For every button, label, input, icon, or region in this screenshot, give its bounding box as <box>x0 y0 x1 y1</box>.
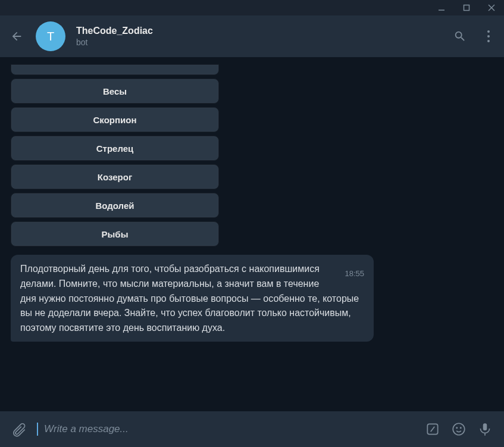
composer <box>0 411 504 447</box>
button-label: Скорпион <box>93 115 137 125</box>
svg-line-5 <box>431 427 435 432</box>
app-window: T TheCode_Zodiac bot Весы Скорпион Стрел… <box>0 0 504 447</box>
window-close-button[interactable] <box>484 2 499 14</box>
voice-button[interactable] <box>477 421 493 437</box>
inline-keyboard-button[interactable]: Скорпион <box>11 107 219 132</box>
svg-point-7 <box>456 427 457 428</box>
message-input[interactable] <box>44 420 415 438</box>
inline-keyboard-button[interactable]: Рыбы <box>11 221 219 246</box>
bot-commands-button[interactable] <box>424 421 441 437</box>
menu-button[interactable] <box>481 29 496 43</box>
svg-rect-1 <box>464 5 469 11</box>
avatar-initial: T <box>47 30 54 43</box>
chat-avatar[interactable]: T <box>36 21 65 51</box>
message-bubble: 18:55 Плодотворный день для того, чтобы … <box>11 255 374 342</box>
attach-button[interactable] <box>11 421 27 437</box>
chat-subtitle: bot <box>76 37 442 47</box>
message-time: 18:55 <box>345 268 364 280</box>
message-text: Плодотворный день для того, чтобы разобр… <box>20 264 359 333</box>
inline-keyboard: Весы Скорпион Стрелец Козерог Водолей Ры… <box>11 64 219 246</box>
emoji-button[interactable] <box>450 421 467 437</box>
button-label: Стрелец <box>96 143 134 154</box>
inline-keyboard-button[interactable]: Водолей <box>11 193 219 218</box>
inline-keyboard-button-cut[interactable] <box>11 64 219 75</box>
chat-header: T TheCode_Zodiac bot <box>0 15 504 57</box>
button-label: Водолей <box>95 201 134 211</box>
button-label: Козерог <box>98 172 132 182</box>
inline-keyboard-button[interactable]: Козерог <box>11 164 219 189</box>
button-label: Рыбы <box>102 229 129 239</box>
window-titlebar <box>0 0 504 15</box>
svg-point-6 <box>453 423 465 435</box>
window-maximize-button[interactable] <box>459 2 474 14</box>
search-button[interactable] <box>453 29 467 43</box>
chat-title: TheCode_Zodiac <box>76 26 442 36</box>
chat-title-block[interactable]: TheCode_Zodiac bot <box>76 26 442 47</box>
window-minimize-button[interactable] <box>434 2 449 14</box>
inline-keyboard-button[interactable]: Стрелец <box>11 136 219 161</box>
header-actions <box>453 29 496 43</box>
svg-point-8 <box>461 427 461 428</box>
inline-keyboard-button[interactable]: Весы <box>11 79 219 104</box>
back-button[interactable] <box>8 28 25 45</box>
chat-area: Весы Скорпион Стрелец Козерог Водолей Ры… <box>0 57 504 411</box>
text-caret <box>37 423 38 436</box>
button-label: Весы <box>103 86 127 96</box>
